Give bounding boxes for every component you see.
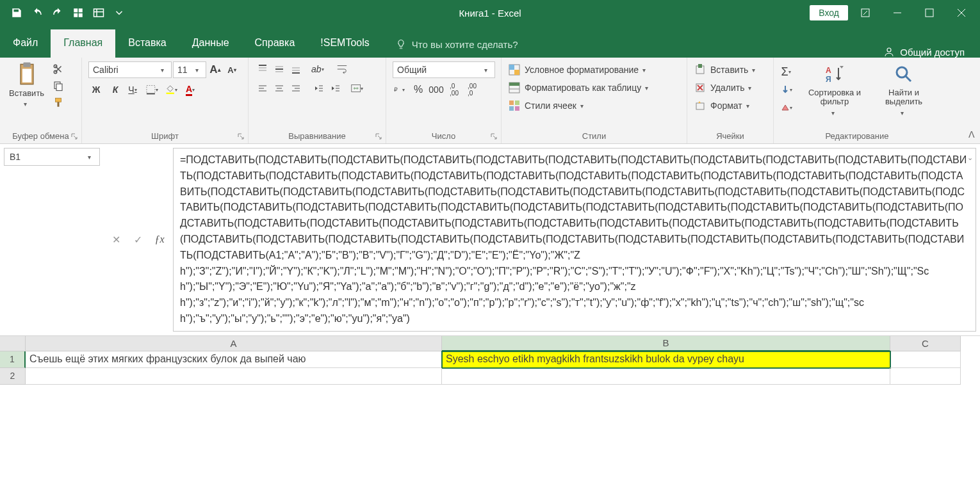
accounting-format-button[interactable]: ₽▾ (393, 82, 408, 97)
number-format-combo[interactable]: Общий▾ (393, 61, 495, 78)
cut-button[interactable] (51, 61, 66, 77)
share-label: Общий доступ (900, 47, 965, 58)
qat-table-button[interactable] (90, 4, 108, 22)
italic-button[interactable]: К (108, 82, 123, 97)
spreadsheet-grid: A B C 1 Съешь ещё этих мягких французски… (0, 336, 980, 385)
cell-b2[interactable] (442, 368, 890, 385)
chevron-down-icon[interactable]: ▾ (88, 154, 94, 161)
login-button[interactable]: Вход (810, 5, 848, 20)
tab-semtools[interactable]: !SEMTools (307, 29, 382, 58)
ribbon-display-button[interactable] (851, 3, 880, 22)
percent-button[interactable]: % (411, 82, 426, 97)
number-dialog-launcher[interactable] (491, 133, 500, 142)
qat-more-button[interactable] (110, 4, 128, 22)
redo-button[interactable] (49, 4, 67, 22)
borders-button[interactable]: ▾ (146, 82, 161, 97)
copy-button[interactable] (51, 78, 66, 93)
format-painter-button[interactable] (51, 95, 66, 110)
cell-c1[interactable] (890, 351, 961, 368)
row-header[interactable]: 1 (0, 351, 26, 368)
conditional-formatting-button[interactable]: Условное форматирование▾ (508, 61, 649, 78)
name-box[interactable]: B1▾ (4, 148, 100, 166)
clear-button[interactable]: ▾ (780, 100, 796, 115)
delete-cells-button[interactable]: Удалить▾ (694, 79, 755, 96)
svg-rect-60 (509, 106, 514, 111)
bold-button[interactable]: Ж (88, 82, 104, 97)
alignment-dialog-launcher[interactable] (375, 133, 384, 142)
align-top-button[interactable] (255, 61, 270, 77)
insert-cells-button[interactable]: Вставить▾ (694, 61, 758, 78)
insert-function-button[interactable]: ƒx (149, 230, 170, 248)
align-center-button[interactable] (272, 81, 287, 96)
font-name-combo[interactable]: Calibri▾ (88, 61, 172, 78)
underline-button[interactable]: Ч▾ (127, 82, 142, 97)
format-cells-button[interactable]: Формат▾ (694, 97, 753, 114)
row-header[interactable]: 2 (0, 368, 26, 385)
sort-filter-button[interactable]: AЯ Сортировка и фильтр▾ (799, 61, 870, 118)
qat-custom-button[interactable] (69, 4, 87, 22)
close-button[interactable] (947, 3, 976, 22)
clipboard-group-label: Буфер обмена (6, 129, 75, 141)
tab-file[interactable]: Файл (0, 29, 51, 58)
undo-button[interactable] (28, 4, 46, 22)
wrap-text-button[interactable] (334, 61, 350, 77)
align-right-button[interactable] (288, 81, 304, 96)
autosum-button[interactable]: Σ▾ (780, 64, 796, 79)
decrease-font-button[interactable]: A▾ (224, 62, 240, 77)
font-size-combo[interactable]: 11▾ (173, 61, 206, 78)
tab-home[interactable]: Главная (51, 29, 115, 58)
tell-me-search[interactable]: Что вы хотите сделать? (382, 31, 531, 58)
merge-button[interactable]: ▾ (351, 81, 366, 96)
save-button[interactable] (8, 4, 26, 22)
minimize-button[interactable] (883, 3, 912, 22)
formula-input[interactable]: =ПОДСТАВИТЬ(ПОДСТАВИТЬ(ПОДСТАВИТЬ(ПОДСТА… (173, 148, 976, 332)
decrease-decimal-button[interactable]: ,00,0 (464, 82, 480, 97)
chevron-down-icon: ▾ (24, 100, 30, 108)
cell-a2[interactable] (26, 368, 442, 385)
align-bottom-button[interactable] (288, 61, 304, 77)
share-button[interactable]: Общий доступ (868, 46, 980, 58)
decrease-indent-button[interactable] (311, 81, 327, 96)
fill-button[interactable]: ▾ (780, 82, 796, 97)
tab-data[interactable]: Данные (179, 29, 242, 58)
tab-help[interactable]: Справка (242, 29, 308, 58)
svg-rect-2 (74, 13, 78, 17)
column-header[interactable]: A (26, 336, 442, 351)
svg-rect-54 (514, 70, 519, 75)
cell-c2[interactable] (890, 368, 961, 385)
svg-rect-53 (509, 65, 514, 70)
clipboard-icon (15, 63, 38, 86)
select-all-button[interactable] (0, 336, 26, 351)
orientation-button[interactable]: ab▾ (311, 61, 327, 77)
svg-point-70 (897, 67, 907, 77)
tab-insert[interactable]: Вставка (115, 29, 179, 58)
cell-a1[interactable]: Съешь ещё этих мягких французских булок … (26, 351, 442, 368)
cell-styles-button[interactable]: Стили ячеек▾ (508, 97, 587, 114)
collapse-ribbon-button[interactable]: ᐱ (968, 129, 975, 140)
paste-button[interactable]: Вставить ▾ (6, 61, 47, 109)
enter-formula-button[interactable]: ✓ (127, 230, 149, 248)
format-as-table-button[interactable]: Форматировать как таблицу▾ (508, 79, 651, 96)
find-select-button[interactable]: Найти и выделить▾ (874, 61, 934, 118)
svg-text:A: A (826, 66, 831, 75)
ribbon-tabs: Файл Главная Вставка Данные Справка !SEM… (0, 26, 980, 58)
svg-text:₽: ₽ (394, 86, 398, 93)
cell-b1[interactable]: Syesh eschyo etikh myagkikh frantsuzskik… (442, 351, 890, 368)
expand-formula-bar-button[interactable]: ⌄ (967, 152, 973, 163)
font-dialog-launcher[interactable] (238, 133, 247, 142)
increase-decimal-button[interactable]: ,0,00 (446, 82, 462, 97)
align-middle-button[interactable] (272, 61, 287, 77)
column-header[interactable]: B (442, 336, 890, 351)
align-left-button[interactable] (255, 81, 270, 96)
font-color-button[interactable]: A▾ (184, 82, 200, 97)
column-header[interactable]: C (890, 336, 961, 351)
increase-indent-button[interactable] (328, 81, 343, 96)
comma-style-button[interactable]: 000 (429, 82, 444, 97)
increase-font-button[interactable]: A▴ (208, 62, 223, 77)
clipboard-dialog-launcher[interactable] (71, 133, 80, 142)
fill-color-button[interactable]: ▾ (165, 82, 181, 97)
svg-point-12 (887, 48, 891, 52)
cancel-formula-button[interactable]: ✕ (105, 230, 127, 248)
maximize-button[interactable] (915, 3, 944, 22)
svg-text:Я: Я (826, 75, 831, 84)
